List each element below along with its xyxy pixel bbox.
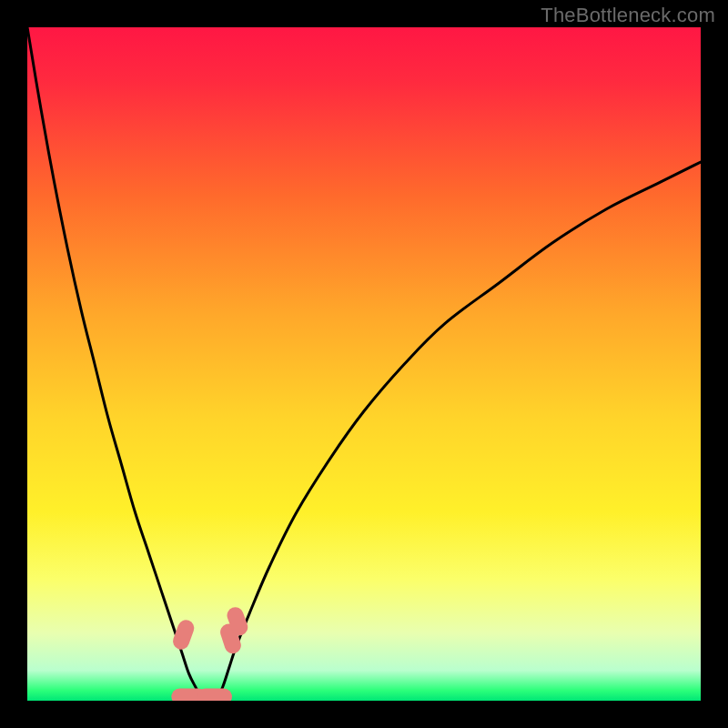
curves-layer: [27, 27, 701, 701]
watermark-text: TheBottleneck.com: [541, 4, 715, 27]
curve-right-curve: [216, 162, 701, 701]
chart-frame: TheBottleneck.com: [0, 0, 728, 728]
svg-rect-3: [197, 689, 231, 701]
plot-area: [27, 27, 701, 701]
marker-pill-2: [197, 689, 231, 701]
curve-left-curve: [27, 27, 202, 701]
